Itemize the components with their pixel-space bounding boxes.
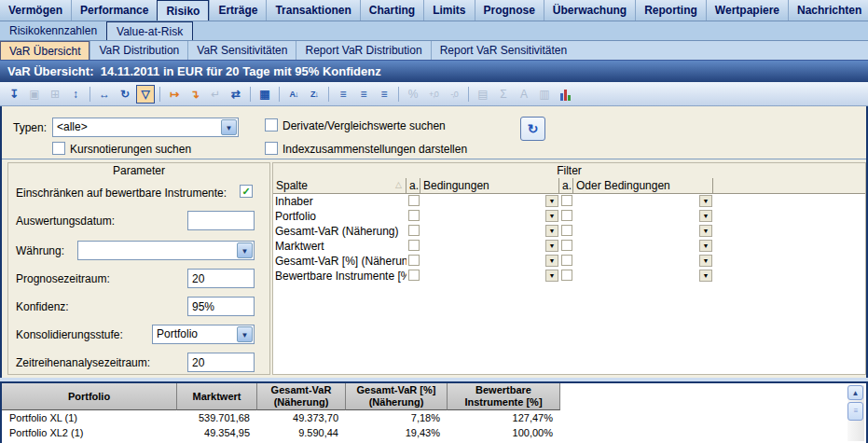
- menu-nachrichten[interactable]: Nachrichten: [788, 0, 868, 21]
- aktiv-checkbox[interactable]: [408, 210, 420, 221]
- filter-col-bedingungen[interactable]: Bedingungen: [420, 178, 559, 194]
- typen-select[interactable]: <alle> ▼: [52, 118, 239, 137]
- aktiv-checkbox[interactable]: [561, 225, 572, 236]
- menu-ueberwachung[interactable]: Überwachung: [544, 0, 635, 21]
- aktiv-checkbox[interactable]: [561, 240, 572, 251]
- header-marktwert[interactable]: Marktwert: [177, 383, 257, 410]
- tab-var-distribution[interactable]: VaR Distribution: [90, 41, 187, 60]
- konfidenz-field[interactable]: [187, 297, 255, 316]
- menu-limits[interactable]: Limits: [423, 0, 474, 21]
- chevron-down-icon[interactable]: ▼: [699, 225, 712, 237]
- chevron-down-icon[interactable]: ▼: [699, 270, 712, 282]
- insert-row-icon[interactable]: ↴: [186, 85, 204, 104]
- table-row[interactable]: Portfolio XL (1) 539.701,68 49.373,70 7,…: [2, 410, 866, 425]
- aktiv-checkbox[interactable]: [408, 255, 420, 266]
- sort-descending-icon[interactable]: Z↓: [305, 85, 324, 104]
- aktiv-checkbox[interactable]: [561, 270, 572, 281]
- bedingungen-cell[interactable]: ▼: [420, 194, 559, 209]
- align-left-icon[interactable]: ≡: [334, 85, 352, 104]
- aktiv-checkbox[interactable]: [408, 195, 420, 206]
- chevron-down-icon[interactable]: ▼: [545, 225, 558, 237]
- tab-report-var-sensitivitaeten[interactable]: Report VaR Sensitivitäten: [431, 41, 576, 60]
- chevron-down-icon[interactable]: ▼: [545, 240, 558, 252]
- table-row[interactable]: Portfolio XL2 (1) 49.354,95 9.590,44 19,…: [2, 425, 866, 440]
- bedingungen-cell[interactable]: ▼: [420, 254, 559, 269]
- derivate-checkbox[interactable]: [265, 118, 278, 132]
- sort-ascending-icon[interactable]: A↓: [284, 85, 303, 104]
- tab-risikokennzahlen[interactable]: Risikokennzahlen: [0, 21, 106, 40]
- index-checkbox[interactable]: [265, 142, 278, 155]
- chevron-down-icon[interactable]: ▼: [545, 210, 558, 222]
- aktiv-checkbox[interactable]: [561, 255, 572, 266]
- fit-width-icon[interactable]: ↔: [95, 85, 114, 104]
- export-icon[interactable]: ↧: [5, 85, 23, 104]
- bewertbare-checkbox[interactable]: ✓: [240, 185, 253, 198]
- chevron-down-icon[interactable]: ▼: [699, 240, 712, 252]
- bedingungen-cell[interactable]: ▼: [420, 209, 559, 224]
- insert-column-icon[interactable]: ↦: [165, 85, 184, 104]
- align-center-icon[interactable]: ≡: [354, 85, 373, 104]
- oder-bedingungen-cell[interactable]: ▼: [573, 194, 713, 209]
- chevron-down-icon[interactable]: ▼: [699, 255, 712, 267]
- menu-transaktionen[interactable]: Transaktionen: [266, 0, 359, 21]
- filter-col-aktiv2[interactable]: a.: [559, 178, 573, 194]
- refresh-icon[interactable]: ↻: [116, 85, 134, 104]
- chevron-down-icon[interactable]: ▼: [237, 242, 253, 258]
- kursnotierungen-checkbox[interactable]: [52, 142, 65, 155]
- menu-charting[interactable]: Charting: [360, 0, 423, 21]
- bedingungen-cell[interactable]: ▼: [420, 269, 559, 284]
- header-gesamt-var[interactable]: Gesamt-VaR(Näherung): [257, 383, 346, 410]
- chevron-down-icon[interactable]: ▼: [545, 270, 558, 282]
- chevron-down-icon[interactable]: ▼: [545, 255, 558, 267]
- header-bewertbare[interactable]: BewertbareInstrumente [%]: [448, 383, 560, 410]
- prognosezeitraum-field[interactable]: [187, 269, 255, 288]
- aktiv-checkbox[interactable]: [408, 240, 420, 251]
- align-right-icon[interactable]: ≡: [375, 85, 393, 104]
- aktiv-checkbox[interactable]: [408, 225, 420, 236]
- oder-bedingungen-cell[interactable]: ▼: [573, 209, 713, 224]
- chevron-down-icon[interactable]: ▼: [221, 119, 237, 135]
- konsolidierungsstufe-select[interactable]: Portfolio ▼: [152, 325, 255, 344]
- tab-value-at-risk[interactable]: Value-at-Risk: [106, 21, 193, 40]
- fit-height-icon[interactable]: ↕: [66, 85, 85, 104]
- aktiv-checkbox[interactable]: [561, 210, 572, 221]
- chart-icon[interactable]: [556, 85, 574, 104]
- vertical-scrollbar[interactable]: ▲ ≡: [847, 385, 864, 441]
- bedingungen-cell[interactable]: ▼: [420, 239, 559, 254]
- oder-bedingungen-cell[interactable]: ▼: [573, 269, 713, 284]
- refresh-search-button[interactable]: ↻: [520, 117, 545, 141]
- tab-var-uebersicht[interactable]: VaR Übersicht: [0, 41, 90, 60]
- chevron-down-icon[interactable]: ▼: [545, 195, 558, 207]
- menu-reporting[interactable]: Reporting: [635, 0, 706, 21]
- hide-column-icon[interactable]: ▦: [255, 85, 274, 104]
- filter-col-spalte[interactable]: Spalte△: [273, 178, 406, 194]
- oder-bedingungen-cell[interactable]: ▼: [573, 224, 713, 239]
- menu-wertpapiere[interactable]: Wertpapiere: [706, 0, 788, 21]
- move-column-icon[interactable]: ⇄: [227, 85, 245, 104]
- aktiv-checkbox[interactable]: [561, 195, 572, 206]
- menu-prognose[interactable]: Prognose: [475, 0, 544, 21]
- header-portfolio[interactable]: Portfolio: [2, 383, 177, 410]
- menu-vermoegen[interactable]: Vermögen: [0, 0, 71, 21]
- oder-bedingungen-cell[interactable]: ▼: [573, 254, 713, 269]
- waehrung-select[interactable]: ▼: [77, 241, 255, 260]
- chevron-down-icon[interactable]: ▼: [699, 210, 712, 222]
- oder-bedingungen-cell[interactable]: ▼: [573, 239, 713, 254]
- aktiv-checkbox[interactable]: [408, 270, 420, 281]
- filter-col-aktiv[interactable]: a.: [406, 178, 420, 194]
- filter-col-oder-bedingungen[interactable]: Oder Bedingungen: [573, 178, 713, 194]
- filter-icon[interactable]: ▽: [136, 85, 155, 104]
- tab-var-sensitivitaeten[interactable]: VaR Sensitivitäten: [187, 41, 296, 60]
- scrollbar-thumb[interactable]: ≡: [847, 402, 863, 421]
- menu-performance[interactable]: Performance: [71, 0, 157, 21]
- scroll-up-icon[interactable]: ▲: [847, 385, 863, 400]
- tab-report-var-distribution[interactable]: Report VaR Distribution: [296, 41, 430, 60]
- header-gesamt-var-pct[interactable]: Gesamt-VaR [%](Näherung): [346, 383, 448, 410]
- zeitreihenanalysezeitraum-field[interactable]: [187, 353, 255, 372]
- chevron-down-icon[interactable]: ▼: [699, 195, 712, 207]
- menu-risiko[interactable]: Risiko: [157, 0, 209, 21]
- auswertungsdatum-field[interactable]: [187, 211, 255, 230]
- menu-ertraege[interactable]: Erträge: [209, 0, 266, 21]
- chevron-down-icon[interactable]: ▼: [237, 326, 253, 342]
- bedingungen-cell[interactable]: ▼: [420, 224, 559, 239]
